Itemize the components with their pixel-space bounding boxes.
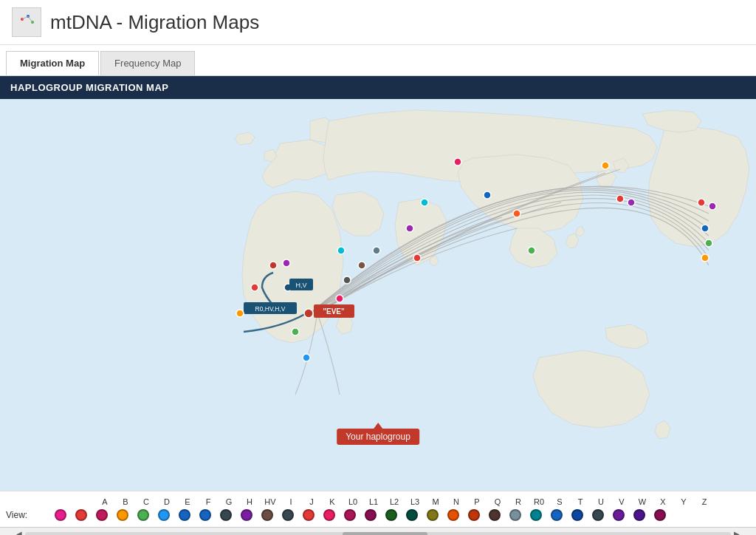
- legend-dot-e[interactable]: [137, 509, 149, 521]
- legend-dot-f[interactable]: [158, 509, 170, 521]
- tab-frequency-map[interactable]: Frequency Map: [100, 51, 195, 75]
- legend-dot-wrap-l1: [319, 509, 340, 521]
- legend-dot-wrap-u: [546, 509, 567, 521]
- legend-dot-u[interactable]: [551, 509, 563, 521]
- svg-point-39: [701, 254, 709, 262]
- legend-dot-m[interactable]: [385, 509, 397, 521]
- legend-letter-f: F: [198, 497, 219, 506]
- legend-dot-wrap-v: [567, 509, 588, 521]
- legend-dots-row: View:: [0, 508, 756, 524]
- legend-dot-t[interactable]: [530, 509, 542, 521]
- legend-letter-p: P: [467, 497, 487, 506]
- map-header: HAPLOGROUP MIGRATION MAP: [0, 76, 756, 99]
- legend-letter-l0: L0: [343, 497, 363, 506]
- svg-point-10: [343, 276, 351, 284]
- page-header: mtDNA - Migration Maps: [0, 0, 756, 45]
- legend-dot-q[interactable]: [447, 509, 459, 521]
- legend-letter-j: J: [301, 497, 322, 506]
- legend-letter-l3: L3: [405, 497, 425, 506]
- svg-point-40: [269, 262, 277, 269]
- legend-dot-j[interactable]: [261, 509, 273, 521]
- legend-letter-d: D: [157, 497, 177, 506]
- scroll-right-arrow[interactable]: ▶: [731, 530, 743, 535]
- legend-dot-h[interactable]: [199, 509, 211, 521]
- legend-letter-t: T: [570, 497, 591, 506]
- svg-point-17: [251, 284, 258, 291]
- legend-letter-s: S: [549, 497, 570, 506]
- svg-point-38: [705, 239, 712, 247]
- legend-dot-w[interactable]: [592, 509, 604, 521]
- svg-point-25: [413, 254, 421, 262]
- legend-letter-l2: L2: [384, 497, 405, 506]
- legend-dot-r0[interactable]: [489, 509, 501, 521]
- svg-point-21: [303, 354, 310, 361]
- legend-dot-c[interactable]: [96, 509, 108, 521]
- scrollbar-track[interactable]: [25, 532, 731, 536]
- legend-dot-n[interactable]: [406, 509, 418, 521]
- legend-dot-y[interactable]: [633, 509, 645, 521]
- legend-dot-s[interactable]: [509, 509, 521, 521]
- svg-point-32: [602, 162, 609, 169]
- legend-dot-wrap-r0: [484, 509, 505, 521]
- legend-dot-g[interactable]: [179, 509, 190, 521]
- legend-letter-e: E: [177, 497, 198, 506]
- legend-letter-hv: HV: [260, 497, 281, 506]
- legend-letter-b: B: [115, 497, 136, 506]
- tab-bar: Migration Map Frequency Map: [0, 45, 756, 76]
- legend-dot-l2[interactable]: [344, 509, 356, 521]
- legend-dot-hv[interactable]: [220, 509, 232, 521]
- legend-dot-wrap-h: [195, 509, 216, 521]
- legend-letter-c: C: [136, 497, 157, 506]
- your-haplogroup-label: Your haplogroup: [337, 429, 419, 445]
- legend-dot-wrap-z: [650, 509, 670, 521]
- svg-point-26: [406, 225, 413, 232]
- legend-dot-wrap-y: [629, 509, 650, 521]
- legend-letter-q: Q: [487, 497, 508, 506]
- header-icon: [12, 7, 41, 37]
- svg-point-31: [454, 158, 461, 166]
- legend-letter-v: V: [611, 497, 632, 506]
- legend-dot-wrap-w: [588, 509, 608, 521]
- legend-letter-r0: R0: [529, 497, 549, 506]
- svg-point-41: [337, 247, 345, 254]
- legend-letter-m: M: [425, 497, 446, 506]
- legend-dot-wrap-r: [464, 509, 484, 521]
- legend-dot-l3[interactable]: [365, 509, 377, 521]
- legend-dot-v[interactable]: [571, 509, 583, 521]
- tab-migration-map[interactable]: Migration Map: [6, 51, 99, 75]
- legend-dot-z[interactable]: [654, 509, 666, 521]
- legend-dot-wrap-a: [50, 509, 71, 521]
- legend-dot-wrap-n: [402, 509, 422, 521]
- view-label: View:: [6, 510, 50, 520]
- legend-dot-d[interactable]: [117, 509, 128, 521]
- legend-letter-w: W: [632, 497, 653, 506]
- legend-dot-k[interactable]: [282, 509, 294, 521]
- legend-dot-b[interactable]: [75, 509, 87, 521]
- legend-dot-x[interactable]: [613, 509, 625, 521]
- map-container[interactable]: "EVE" H,V R0,HV,H,V: [0, 99, 756, 491]
- legend-dot-wrap-p: [422, 509, 443, 521]
- legend-dot-l1[interactable]: [323, 509, 335, 521]
- legend-dot-wrap-l0: [298, 509, 319, 521]
- svg-text:R0,HV,H,V: R0,HV,H,V: [255, 305, 286, 313]
- page-title: mtDNA - Migration Maps: [50, 11, 259, 34]
- legend-dot-i[interactable]: [241, 509, 252, 521]
- svg-point-7: [304, 309, 313, 318]
- legend-dot-wrap-d: [112, 509, 133, 521]
- legend-dot-wrap-b: [71, 509, 92, 521]
- legend-dot-wrap-c: [92, 509, 112, 521]
- svg-rect-0: [15, 10, 38, 34]
- legend-letter-n: N: [446, 497, 467, 506]
- legend-dot-p[interactable]: [427, 509, 439, 521]
- legend-dot-wrap-q: [443, 509, 464, 521]
- legend-dot-a[interactable]: [55, 509, 66, 521]
- svg-point-37: [701, 225, 709, 232]
- legend-letter-k: K: [322, 497, 343, 506]
- legend-letters: ABCDEFGHHVIJKL0L1L2L3MNPQRR0STUVWXYZ: [94, 497, 715, 506]
- legend-dot-l0[interactable]: [303, 509, 315, 521]
- scroll-left-arrow[interactable]: ◀: [13, 530, 25, 535]
- legend-bar: ABCDEFGHHVIJKL0L1L2L3MNPQRR0STUVWXYZ Vie…: [0, 491, 756, 527]
- svg-point-30: [528, 247, 535, 254]
- legend-dot-r[interactable]: [468, 509, 480, 521]
- scrollbar-thumb[interactable]: [343, 532, 427, 536]
